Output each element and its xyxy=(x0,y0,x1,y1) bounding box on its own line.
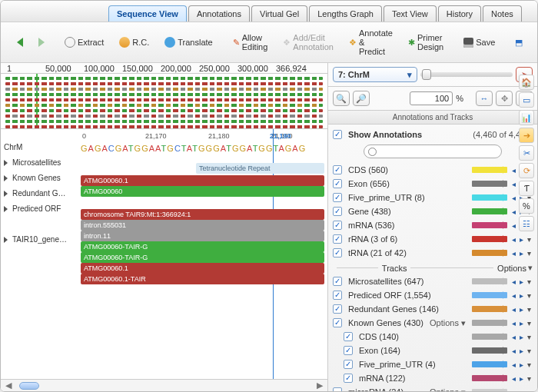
checkbox[interactable] xyxy=(333,234,342,244)
track-row[interactable]: Prediced ORF (1,554)◂▸▾ xyxy=(333,288,533,302)
zoom-input[interactable]: 100 xyxy=(410,91,453,105)
rail-text-button[interactable]: Ƭ xyxy=(519,181,534,196)
prev-button[interactable]: ◂ xyxy=(510,278,517,285)
annotation-row[interactable]: mRNA (122)◂▸▾ xyxy=(333,371,533,385)
menu-button[interactable]: ▾ xyxy=(526,306,533,313)
next-button[interactable]: ▸ xyxy=(518,334,525,341)
track-row[interactable]: microRNA (24)Options ▾◂▸▾ xyxy=(333,385,533,391)
annotation-bar[interactable]: intron.11 xyxy=(81,231,324,241)
primer-button[interactable]: ✱Primer Design xyxy=(403,31,449,54)
help-button[interactable]: ? xyxy=(533,35,538,50)
track-label[interactable]: Prediced ORF xyxy=(4,204,61,213)
next-button[interactable]: ▸ xyxy=(518,320,525,327)
scrollbar-thumb[interactable] xyxy=(19,382,39,390)
annotation-row[interactable]: CDS (140)◂▸▾ xyxy=(333,330,533,344)
annotation-row[interactable]: CDS (560)◂▸▾ xyxy=(333,163,533,177)
annotation-row[interactable]: tRNA (21 of 42)◂▸▾ xyxy=(333,246,533,260)
show-annotations-checkbox[interactable] xyxy=(333,130,342,139)
chromosome-select[interactable]: 7: ChrM▾ xyxy=(333,67,417,82)
position-slider[interactable] xyxy=(420,72,513,77)
annotation-row[interactable]: Gene (438)◂▸▾ xyxy=(333,204,533,218)
tab-notes[interactable]: Notes xyxy=(483,5,522,22)
track-label[interactable]: Known Genes xyxy=(4,174,61,182)
tab-text-view[interactable]: Text View xyxy=(384,5,437,22)
track-row[interactable]: Redundant Genes (146)◂▸▾ xyxy=(333,302,533,316)
options-label[interactable]: Options ▾ xyxy=(430,387,466,392)
annotation-bar[interactable]: ATMG00060 xyxy=(81,186,324,197)
checkbox[interactable] xyxy=(344,374,353,383)
next-button[interactable]: ▸ xyxy=(518,347,525,354)
prev-button[interactable]: ◂ xyxy=(510,347,517,354)
menu-button[interactable]: ▾ xyxy=(526,250,533,257)
h-scrollbar[interactable]: ◀ ▶ xyxy=(1,379,327,391)
rail-info-button[interactable]: ▭ xyxy=(519,92,534,108)
prev-button[interactable]: ◂ xyxy=(510,292,517,299)
allow-editing-button[interactable]: ✎Allow Editing xyxy=(227,31,274,54)
menu-button[interactable]: ▾ xyxy=(526,320,533,327)
annotate-predict-button[interactable]: ❖Annotate & Predict xyxy=(344,26,398,58)
rail-refresh-button[interactable]: ⟳ xyxy=(519,163,534,178)
rail-annotations-button[interactable]: ➔ xyxy=(519,128,534,143)
checkbox[interactable] xyxy=(333,179,342,188)
checkbox[interactable] xyxy=(333,304,342,314)
fit-width-button[interactable]: ↔ xyxy=(476,91,493,106)
next-button[interactable]: ▸ xyxy=(518,306,525,313)
track-label[interactable]: Redundant G… xyxy=(4,189,66,198)
prev-button[interactable]: ◂ xyxy=(510,167,517,174)
minimap[interactable] xyxy=(1,74,327,129)
checkbox[interactable] xyxy=(333,248,342,257)
annotation-row[interactable]: Exon (164)◂▸▾ xyxy=(333,344,533,357)
prev-button[interactable]: ◂ xyxy=(510,222,517,229)
menu-button[interactable]: ▾ xyxy=(526,292,533,299)
options-label[interactable]: Options xyxy=(497,264,526,273)
menu-button[interactable]: ▾ xyxy=(526,236,533,243)
prev-button[interactable]: ◂ xyxy=(510,320,517,327)
checkbox[interactable] xyxy=(333,387,342,391)
next-button[interactable]: ▸ xyxy=(518,389,525,392)
fit-sel-button[interactable]: ✥ xyxy=(496,91,513,106)
track-label[interactable]: ChrM xyxy=(4,143,22,151)
prev-button[interactable]: ◂ xyxy=(510,334,517,341)
rc-button[interactable]: R.C. xyxy=(114,35,154,50)
chevron-down-icon[interactable]: ▾ xyxy=(528,263,533,273)
annotation-row[interactable]: Five_prime_UTR (4)◂▸▾ xyxy=(333,357,533,371)
annotation-bar[interactable]: ATMG00060-TAIR-G xyxy=(81,241,324,252)
extract-button[interactable]: Extract xyxy=(59,35,109,50)
show-annotations-row[interactable]: Show Annotations (4,460 of 4,484) xyxy=(333,128,533,141)
tab-lengths-graph[interactable]: Lengths Graph xyxy=(309,5,382,22)
save-button[interactable]: Save xyxy=(458,35,500,50)
add-annotation-button[interactable]: ❖Add/Edit Annotation xyxy=(277,31,339,54)
prev-button[interactable]: ◂ xyxy=(510,361,517,368)
prev-button[interactable]: ◂ xyxy=(510,375,517,382)
track-row[interactable]: Microsatellites (647)◂▸▾ xyxy=(333,274,533,288)
checkbox[interactable] xyxy=(333,291,342,300)
annotation-bar[interactable]: intron.555031 xyxy=(81,220,324,231)
next-button[interactable]: ▸ xyxy=(518,361,525,368)
checkbox[interactable] xyxy=(333,207,342,216)
track-label[interactable]: TAIR10_gene… xyxy=(4,235,67,244)
search-input[interactable] xyxy=(364,145,502,158)
menu-button[interactable]: ▾ xyxy=(526,334,533,341)
next-button[interactable]: ▸ xyxy=(518,236,525,243)
annotation-row[interactable]: rRNA (3 of 6)◂▸▾ xyxy=(333,232,533,246)
rail-home-button[interactable]: 🏠 xyxy=(519,75,534,90)
annotation-bar[interactable]: ATMG00060-TAIR-G xyxy=(81,252,324,263)
prev-button[interactable]: ◂ xyxy=(510,306,517,313)
zoom-in-button[interactable]: 🔍 xyxy=(333,91,350,106)
annotation-bar[interactable]: ATMG00060.1 xyxy=(81,175,324,186)
prev-button[interactable]: ◂ xyxy=(510,194,517,201)
annotation-bar[interactable]: ATMG00060.1 xyxy=(81,263,324,274)
expand-right-button[interactable]: ⬒ xyxy=(510,35,528,50)
prev-button[interactable]: ◂ xyxy=(510,389,517,392)
checkbox[interactable] xyxy=(344,346,353,355)
prev-button[interactable]: ◂ xyxy=(510,208,517,215)
menu-button[interactable]: ▾ xyxy=(526,375,533,382)
tab-sequence-view[interactable]: Sequence View xyxy=(108,5,187,22)
nav-fwd-button[interactable] xyxy=(33,35,55,49)
checkbox[interactable] xyxy=(333,318,342,327)
annotation-row[interactable]: Five_prime_UTR (8)◂▸▾ xyxy=(333,191,533,204)
rail-percent-button[interactable]: % xyxy=(519,198,534,214)
tab-annotations[interactable]: Annotations xyxy=(188,5,250,22)
options-label[interactable]: Options ▾ xyxy=(430,318,466,328)
checkbox[interactable] xyxy=(344,332,353,341)
